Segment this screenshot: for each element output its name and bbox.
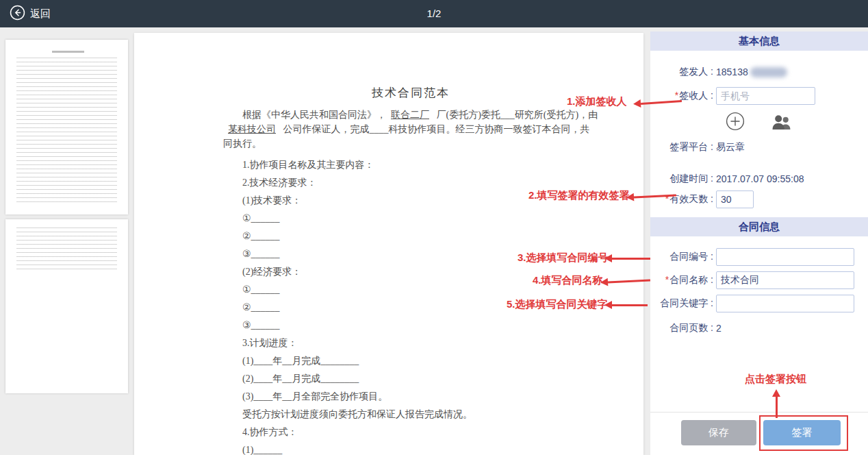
contract-keyword-input[interactable] [716,295,854,312]
required-mark: * [665,274,669,285]
contract-pages-label: 合同页数 : [650,322,713,334]
recipient-row: *签收人 : [650,86,868,106]
contract-name-input[interactable] [716,271,854,289]
document-line: (2)____年__月完成________ [242,370,598,388]
circle-plus-icon [726,123,745,133]
contract-name-label: *合同名称 : [650,274,713,286]
contract-keyword-row: 合同关键字 : [650,294,868,313]
redacted-phone-digits [750,67,787,77]
contract-number-label: 合同编号 : [650,251,713,263]
platform-label: 签署平台 : [650,141,713,153]
contract-name-row: *合同名称 : [650,271,868,290]
contract-name-label-text: 合同名称 : [669,274,713,285]
document-title: 技术合同范本 [223,85,598,101]
add-recipient-button[interactable] [726,112,745,131]
info-panel: 基本信息 签发人 : 185138 *签收人 : [650,32,868,455]
document-intro-paragraph: 根据《中华人民共和国合同法》，联合二厂 厂(委托方)委托___研究所(受托方)，… [223,108,598,151]
document-line: 受托方按计划进度须向委托方和保证人报告完成情况。 [242,406,598,423]
choose-contacts-button[interactable] [771,114,792,131]
sign-button[interactable]: 签署 [763,420,841,445]
thumbnail-page-2[interactable] [5,219,128,393]
contract-pages-row: 合同页数 : 2 [650,321,868,336]
back-label: 返回 [30,8,51,21]
document-line: (1)______ [242,441,598,455]
thumbnail-page-1[interactable] [5,40,128,214]
basic-info-header: 基本信息 [650,32,868,51]
created-time-row: 创建时间 : 2017.07.07 09:55:08 [650,171,868,186]
thumbnail-title-line [52,51,84,53]
document-line: 3.计划进度： [242,334,598,352]
text-segment: 厂(委托方)委托___研究所(受托方)，由 [434,110,598,120]
annotation-step5: 5.选择填写合同关键字 [507,298,608,311]
document-line: 4.协作方式： [242,423,598,441]
underlined-blank: 某科技公司 [223,124,281,134]
recipient-label-text: 签收人 : [679,90,713,101]
annotation-step2: 2.填写签署的有效签署 [528,189,630,202]
underlined-blank: 联合二厂 [386,110,434,120]
document-line: ②______ [242,228,598,245]
text-segment: 根据《中华人民共和国合同法》， [242,110,386,120]
top-bar: 1/2 返回 [0,0,868,27]
back-icon [10,5,25,23]
panel-footer-divider [650,412,868,413]
platform-value: 易云章 [716,141,745,153]
back-button[interactable]: 返回 [10,0,51,27]
thumbnail-text-lines [16,228,117,270]
platform-row: 签署平台 : 易云章 [650,140,868,155]
thumbnail-text-lines [16,58,117,205]
annotation-arrow-left [612,304,648,306]
contract-sign-screen: 1/2 返回 技术合同范本 根据《中华人民共和国合同法》，联合二厂 厂(委托方)… [0,0,868,455]
document-line: (3)____年__月全部完全协作项目。 [242,388,598,406]
document-line: ③______ [242,317,598,334]
annotation-step3: 3.选择填写合同编号 [518,251,609,265]
document-content: 技术合同范本 根据《中华人民共和国合同法》，联合二厂 厂(委托方)委托___研究… [223,33,598,455]
valid-days-row: *有效天数 : [650,190,868,209]
required-mark: * [675,90,678,101]
issuer-label: 签发人 : [650,66,713,78]
annotation-arrow-left [612,258,650,260]
page-indicator: 1/2 [0,0,868,27]
contract-info-header: 合同信息 [650,217,868,236]
recipient-label: *签收人 : [650,90,713,102]
save-button[interactable]: 保存 [681,420,756,445]
annotation-step1: 1.添加签收人 [567,95,627,108]
document-line: 1.协作项目名称及其主要内容： [242,156,598,174]
annotation-arrow-up [776,396,778,418]
document-line: ①______ [242,210,598,228]
thumbnail-sidebar [0,27,134,455]
issuer-value: 185138 [716,66,748,77]
recipient-phone-input[interactable] [716,87,815,105]
created-time-value: 2017.07.07 09:55:08 [716,173,804,184]
contract-number-row: 合同编号 : [650,247,868,267]
annotation-step4: 4.填写合同名称 [533,274,603,287]
contacts-people-icon [771,123,792,133]
contract-keyword-label: 合同关键字 : [650,297,713,310]
created-time-label: 创建时间 : [650,173,713,185]
contract-pages-value: 2 [716,323,722,334]
contract-number-input[interactable] [716,248,854,266]
valid-days-input[interactable] [716,190,754,208]
document-line: (1)____年__月完成________ [242,352,598,370]
annotation-sign-hint: 点击签署按钮 [745,373,806,386]
issuer-row: 签发人 : 185138 [650,64,868,79]
